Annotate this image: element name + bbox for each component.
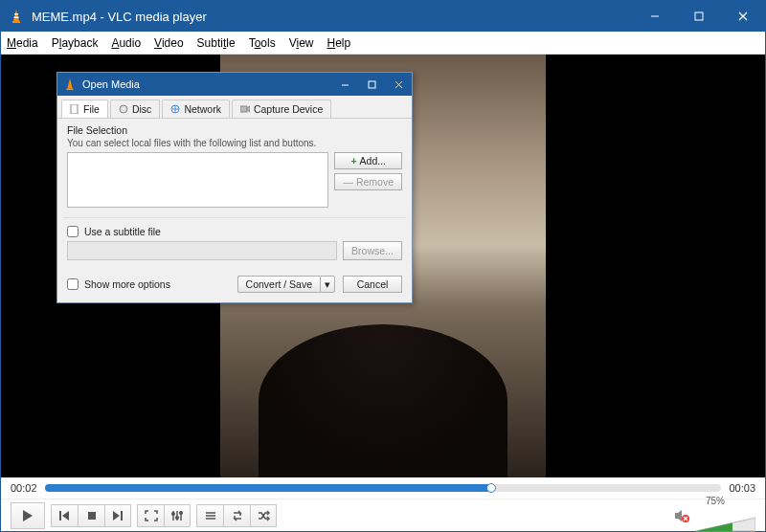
file-icon <box>70 104 79 114</box>
add-button[interactable]: + Add... <box>334 152 402 169</box>
file-list[interactable] <box>67 152 328 208</box>
maximize-button[interactable] <box>677 1 721 32</box>
file-selection-hint: You can select local files with the foll… <box>67 138 402 148</box>
dialog-close-button[interactable] <box>385 73 412 96</box>
menu-tools[interactable]: Tools <box>249 36 276 50</box>
subtitle-checkbox[interactable] <box>67 226 79 237</box>
mute-button[interactable] <box>673 507 690 524</box>
menu-audio[interactable]: Audio <box>111 36 141 50</box>
minus-icon: — <box>343 176 353 188</box>
extended-settings-button[interactable] <box>164 504 191 527</box>
dialog-body: File Selection You can select local file… <box>57 119 412 270</box>
vlc-cone-icon <box>63 78 77 91</box>
add-label: Add... <box>360 155 386 166</box>
svg-rect-14 <box>71 104 78 114</box>
time-elapsed[interactable]: 00:02 <box>11 482 37 494</box>
network-icon <box>170 104 180 114</box>
svg-rect-25 <box>88 512 96 520</box>
dialog-minimize-button[interactable] <box>331 73 358 96</box>
dialog-tabs: File Disc Network Capture Device <box>57 96 412 119</box>
tab-label: Network <box>184 103 221 115</box>
stop-button[interactable] <box>78 504 104 527</box>
svg-rect-23 <box>59 511 61 521</box>
more-options-label: Show more options <box>84 278 170 290</box>
plus-icon: + <box>350 155 356 166</box>
cancel-button[interactable]: Cancel <box>343 276 402 293</box>
video-area[interactable]: Open Media File Disc Network <box>1 55 765 477</box>
svg-rect-1 <box>12 21 20 23</box>
svg-rect-27 <box>121 511 123 521</box>
time-total[interactable]: 00:03 <box>729 482 755 494</box>
tab-network[interactable]: Network <box>162 100 230 118</box>
volume-control: 75% <box>673 499 755 533</box>
loop-button[interactable] <box>223 504 250 527</box>
tab-label: Disc <box>132 103 151 115</box>
disc-icon <box>119 104 128 114</box>
more-options-checkbox[interactable] <box>67 278 79 290</box>
fullscreen-button[interactable] <box>137 504 164 527</box>
tab-capture[interactable]: Capture Device <box>232 100 331 118</box>
svg-marker-24 <box>62 511 69 521</box>
menu-media[interactable]: Media <box>7 36 38 50</box>
svg-rect-20 <box>240 106 247 112</box>
svg-marker-37 <box>675 510 682 521</box>
convert-save-button[interactable]: Convert / Save ▾ <box>237 276 335 293</box>
svg-marker-8 <box>67 78 72 89</box>
subtitle-label: Use a subtitle file <box>84 226 161 237</box>
dialog-title: Open Media <box>82 78 331 90</box>
controls-bar: 75% <box>1 499 765 531</box>
next-button[interactable] <box>104 504 131 527</box>
vlc-cone-icon <box>9 9 24 24</box>
browse-button[interactable]: Browse... <box>343 241 402 260</box>
svg-rect-9 <box>67 88 74 90</box>
tab-label: Capture Device <box>254 103 323 115</box>
open-media-dialog: Open Media File Disc Network <box>56 72 413 303</box>
seek-bar-row: 00:02 00:03 <box>1 477 765 499</box>
svg-point-16 <box>123 108 124 110</box>
subtitle-checkbox-row[interactable]: Use a subtitle file <box>67 226 402 237</box>
dialog-footer: Show more options Convert / Save ▾ Cance… <box>57 270 412 302</box>
titlebar: MEME.mp4 - VLC media player <box>1 1 765 32</box>
vlc-main-window: MEME.mp4 - VLC media player Media Playba… <box>0 0 766 532</box>
remove-label: Remove <box>356 176 394 188</box>
tab-label: File <box>83 103 100 115</box>
capture-icon <box>240 104 250 114</box>
tab-disc[interactable]: Disc <box>110 100 160 118</box>
volume-slider[interactable] <box>696 516 755 533</box>
svg-marker-0 <box>13 10 19 21</box>
menubar: Media Playback Audio Video Subtitle Tool… <box>1 32 765 55</box>
dialog-maximize-button[interactable] <box>358 73 385 96</box>
volume-percent: 75% <box>706 496 725 506</box>
svg-point-33 <box>180 511 183 514</box>
playlist-button[interactable] <box>196 504 223 527</box>
previous-button[interactable] <box>51 504 78 527</box>
menu-subtitle[interactable]: Subtitle <box>197 36 236 50</box>
svg-rect-11 <box>369 81 375 88</box>
remove-button[interactable]: — Remove <box>334 173 402 190</box>
minimize-button[interactable] <box>633 1 677 32</box>
menu-video[interactable]: Video <box>154 36 183 50</box>
chevron-down-icon[interactable]: ▾ <box>320 276 335 293</box>
seek-bar[interactable] <box>45 484 722 492</box>
file-selection-label: File Selection <box>67 124 402 136</box>
seek-knob[interactable] <box>486 483 496 493</box>
svg-rect-3 <box>14 17 19 19</box>
tab-file[interactable]: File <box>61 100 108 118</box>
more-options-row[interactable]: Show more options <box>67 278 170 290</box>
svg-rect-2 <box>14 13 18 15</box>
seek-fill <box>45 484 492 492</box>
svg-rect-5 <box>695 12 703 20</box>
subtitle-path-field <box>67 241 337 260</box>
window-title: MEME.mp4 - VLC media player <box>32 10 633 24</box>
svg-marker-22 <box>23 510 33 521</box>
close-button[interactable] <box>721 1 765 32</box>
dialog-titlebar: Open Media <box>57 73 412 96</box>
svg-point-31 <box>172 512 175 515</box>
svg-marker-26 <box>113 511 120 521</box>
menu-help[interactable]: Help <box>327 36 350 50</box>
menu-view[interactable]: View <box>289 36 314 50</box>
play-button[interactable] <box>11 502 45 529</box>
menu-playback[interactable]: Playback <box>52 36 99 50</box>
svg-point-32 <box>176 516 179 519</box>
shuffle-button[interactable] <box>250 504 277 527</box>
